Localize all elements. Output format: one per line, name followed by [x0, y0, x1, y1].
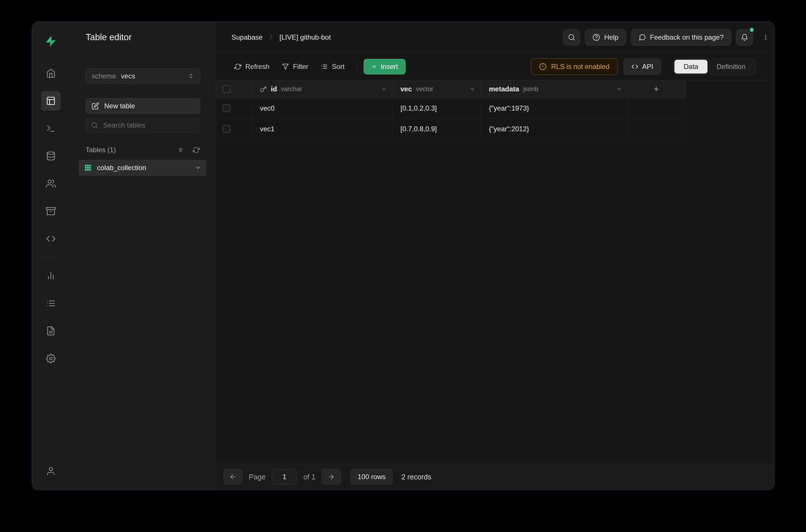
api-label: API [642, 63, 653, 71]
sidebar-item-storage[interactable] [41, 202, 61, 221]
sidebar-item-home[interactable] [41, 63, 61, 83]
code-icon [46, 234, 56, 244]
refresh-tables-button[interactable] [193, 147, 199, 153]
tables-heading: Tables (1) [85, 146, 116, 154]
column-name: metadata [489, 85, 519, 93]
supabase-logo-icon[interactable] [43, 34, 59, 49]
plus-icon: + [654, 84, 659, 94]
sidebar-item-logs[interactable] [41, 293, 61, 313]
column-header-id[interactable]: id varchar [252, 80, 392, 98]
sort-button[interactable]: Sort [314, 59, 351, 74]
help-label: Help [604, 33, 618, 41]
search-button[interactable] [563, 29, 580, 46]
insert-button[interactable]: Insert [364, 59, 406, 74]
refresh-button[interactable]: Refresh [228, 59, 276, 74]
breadcrumb-separator: / [270, 33, 272, 41]
vertical-dots-icon [762, 33, 769, 42]
tab-definition[interactable]: Definition [708, 60, 754, 74]
sidebar-item-sql-editor[interactable] [41, 119, 61, 138]
table-editor-icon [46, 96, 56, 106]
sidebar-item-account[interactable] [41, 461, 61, 481]
api-button[interactable]: API [623, 58, 661, 75]
table-row: vec1 [0.7,0.8,0.9] {"year":2012} [216, 119, 686, 139]
schema-select[interactable]: schema vecs [85, 69, 200, 84]
column-type: vector [416, 85, 433, 93]
bell-icon [741, 34, 748, 41]
cell-vec[interactable]: [0.1,0.2,0.3] [392, 98, 481, 118]
sidebar-item-reports[interactable] [41, 266, 61, 286]
cell-vec[interactable]: [0.7,0.8,0.9] [392, 119, 481, 139]
rail-divider [41, 257, 60, 258]
table-list-item[interactable]: colab_collection [79, 160, 207, 176]
breadcrumb-org[interactable]: Supabase [231, 33, 263, 41]
tab-data[interactable]: Data [674, 60, 708, 74]
sidebar-item-settings[interactable] [41, 349, 61, 368]
schema-select-label: schema [92, 72, 116, 80]
search-icon [568, 34, 575, 41]
column-header-metadata[interactable]: metadata jsonb [481, 80, 627, 98]
collapse-all-button[interactable] [177, 147, 184, 153]
arrow-left-icon [229, 473, 237, 480]
grid-empty-area [216, 139, 774, 464]
archive-icon [46, 206, 56, 216]
chevrons-down-icon [177, 147, 184, 153]
column-name: id [271, 85, 277, 93]
page-number-input[interactable] [272, 469, 297, 484]
column-header-vec[interactable]: vec vector [392, 80, 481, 98]
cell-metadata[interactable]: {"year":2012} [481, 119, 627, 139]
filter-label: Filter [293, 63, 308, 71]
schema-select-value: vecs [121, 72, 135, 80]
next-page-button[interactable] [322, 469, 341, 484]
nav-rail [33, 22, 70, 490]
chevron-down-icon [195, 165, 202, 171]
select-all-cell [216, 80, 252, 98]
file-text-icon [46, 326, 56, 336]
window-menu-button[interactable] [762, 33, 769, 42]
breadcrumb: Supabase / [LIVE] github-bot [231, 33, 331, 41]
cell-empty [627, 119, 685, 139]
chevron-down-icon[interactable] [469, 86, 475, 92]
view-toggle: Data Definition [673, 58, 756, 75]
users-icon [46, 179, 56, 188]
chevron-down-icon[interactable] [616, 86, 622, 92]
grid-toolbar: Refresh Filter Sort Insert [216, 53, 774, 80]
message-bubble-icon [638, 34, 646, 41]
sidebar-item-table-editor[interactable] [41, 91, 61, 111]
search-tables-input[interactable] [102, 121, 195, 130]
new-table-button[interactable]: New table [85, 98, 200, 114]
sidebar-item-docs[interactable] [41, 321, 61, 341]
feedback-button[interactable]: Feedback on this page? [631, 29, 731, 46]
row-checkbox[interactable] [223, 104, 230, 112]
sidebar-item-edge-functions[interactable] [41, 229, 61, 248]
list-icon [46, 299, 56, 308]
breadcrumb-project[interactable]: [LIVE] github-bot [280, 33, 331, 41]
table-row: vec0 [0.1,0.2,0.3] {"year":1973} [216, 98, 686, 119]
help-button[interactable]: Help [585, 29, 626, 46]
sidebar-header: Table editor [70, 22, 216, 53]
previous-page-button[interactable] [224, 469, 243, 484]
cell-id[interactable]: vec0 [252, 98, 392, 118]
refresh-icon [234, 63, 241, 70]
new-table-label: New table [104, 102, 135, 110]
database-icon [46, 151, 56, 161]
rls-warning-badge[interactable]: RLS is not enabled [531, 58, 618, 75]
cell-metadata[interactable]: {"year":1973} [481, 98, 627, 118]
sidebar-item-database[interactable] [41, 146, 61, 166]
primary-key-icon [260, 86, 267, 93]
search-icon [91, 122, 98, 129]
sort-label: Sort [332, 63, 344, 71]
tables-section-header: Tables (1) [79, 146, 207, 154]
arrow-right-icon [327, 473, 335, 480]
grid-header-row: id varchar vec vector meta [216, 80, 686, 98]
sidebar-item-auth[interactable] [41, 174, 61, 193]
row-checkbox[interactable] [223, 125, 230, 133]
code-icon [631, 63, 638, 70]
refresh-icon [193, 147, 199, 153]
cell-id[interactable]: vec1 [252, 119, 392, 139]
page-title: Table editor [85, 32, 132, 42]
rows-per-page-button[interactable]: 100 rows [350, 469, 393, 484]
chevron-down-icon[interactable] [381, 86, 387, 92]
filter-button[interactable]: Filter [276, 59, 314, 74]
add-column-button[interactable]: + [627, 80, 685, 98]
select-all-checkbox[interactable] [223, 85, 230, 93]
